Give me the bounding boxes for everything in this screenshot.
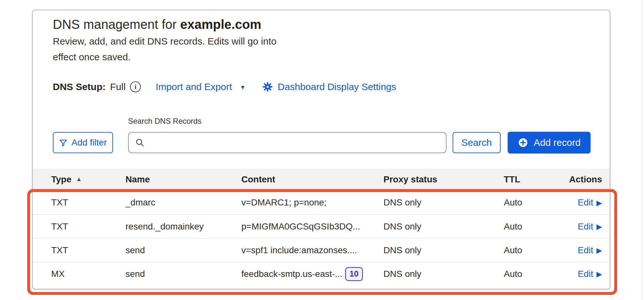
record-content: v=DMARC1; p=none; xyxy=(241,197,383,208)
dns-management-page: DNS management for example.com Review, a… xyxy=(0,0,644,300)
table-row: TXT resend._domainkey p=MIGfMA0GCSqGSIb3… xyxy=(33,214,610,238)
column-header-content: Content xyxy=(241,174,383,185)
dns-management-card: DNS management for example.com Review, a… xyxy=(32,10,610,289)
record-ttl: Auto xyxy=(504,221,568,232)
chevron-down-icon: ▼ xyxy=(240,84,246,91)
gear-icon xyxy=(262,82,273,92)
record-ttl: Auto xyxy=(504,197,568,208)
sort-ascending-icon: ▲ xyxy=(76,176,82,183)
priority-badge: 10 xyxy=(345,267,363,281)
record-proxy-status: DNS only xyxy=(383,245,504,255)
table-row: TXT _dmarc v=DMARC1; p=none; DNS only Au… xyxy=(33,191,610,214)
record-proxy-status: DNS only xyxy=(383,269,504,279)
search-input-wrap xyxy=(128,132,447,153)
column-header-ttl: TTL xyxy=(504,174,568,185)
column-header-type[interactable]: Type ▲ xyxy=(51,174,125,185)
edit-record-button[interactable]: Edit ▶ xyxy=(578,269,602,279)
add-filter-label: Add filter xyxy=(71,138,107,148)
record-name: send xyxy=(125,269,241,279)
record-type: TXT xyxy=(51,221,125,232)
record-ttl: Auto xyxy=(504,245,568,255)
record-content: p=MIGfMA0GCSqGSIb3DQ... xyxy=(241,221,383,232)
plus-circle-icon xyxy=(518,137,528,148)
table-header-row: Type ▲ Name Content Proxy status TTL Act… xyxy=(33,169,610,190)
edit-arrow-icon: ▶ xyxy=(596,270,602,279)
record-content: v=spf1 include:amazonses.... xyxy=(241,245,383,255)
import-export-label: Import and Export xyxy=(156,81,232,92)
column-header-proxy-status: Proxy status xyxy=(383,174,504,185)
table-body: TXT _dmarc v=DMARC1; p=none; DNS only Au… xyxy=(33,190,610,286)
edit-record-button[interactable]: Edit ▶ xyxy=(578,245,602,255)
record-type: TXT xyxy=(51,197,125,208)
filter-funnel-icon xyxy=(59,138,68,147)
page-title: DNS management for example.com xyxy=(53,17,261,32)
dns-setup-row: DNS Setup: Full i Import and Export ▼ xyxy=(53,81,396,92)
record-type: TXT xyxy=(51,245,125,255)
page-edge-divider xyxy=(642,0,642,300)
add-filter-button[interactable]: Add filter xyxy=(53,132,113,153)
column-header-actions: Actions xyxy=(569,174,602,185)
dashboard-display-settings-link[interactable]: Dashboard Display Settings xyxy=(262,81,396,92)
record-proxy-status: DNS only xyxy=(383,197,504,208)
search-input[interactable] xyxy=(128,132,447,153)
edit-arrow-icon: ▶ xyxy=(596,246,602,255)
column-header-name: Name xyxy=(125,174,241,185)
record-content: feedback-smtp.us-east-... xyxy=(241,269,342,279)
edit-record-button[interactable]: Edit ▶ xyxy=(578,197,602,208)
record-ttl: Auto xyxy=(504,269,568,279)
import-export-link[interactable]: Import and Export ▼ xyxy=(156,81,246,92)
info-icon[interactable]: i xyxy=(130,81,141,92)
dashboard-display-settings-label: Dashboard Display Settings xyxy=(278,81,396,92)
search-field-label: Search DNS Records xyxy=(128,117,201,126)
table-row: TXT send v=spf1 include:amazonses.... DN… xyxy=(33,238,610,262)
domain-name: example.com xyxy=(180,17,261,31)
record-type: MX xyxy=(51,269,125,279)
edit-record-button[interactable]: Edit ▶ xyxy=(578,221,602,232)
record-name: send xyxy=(125,245,241,255)
page-title-prefix: DNS management for xyxy=(53,17,180,31)
record-content-with-priority: feedback-smtp.us-east-... 10 xyxy=(241,267,383,281)
add-record-label: Add record xyxy=(534,137,581,148)
add-record-button[interactable]: Add record xyxy=(508,132,591,154)
page-description: Review, add, and edit DNS records. Edits… xyxy=(53,33,277,65)
dns-setup-value: Full xyxy=(110,81,125,92)
record-name: resend._domainkey xyxy=(125,221,241,232)
dns-records-table: Type ▲ Name Content Proxy status TTL Act… xyxy=(33,169,610,286)
record-proxy-status: DNS only xyxy=(383,221,504,232)
search-button[interactable]: Search xyxy=(453,132,501,153)
edit-arrow-icon: ▶ xyxy=(596,222,602,231)
table-row: MX send feedback-smtp.us-east-... 10 DNS… xyxy=(33,262,610,286)
record-name: _dmarc xyxy=(125,197,241,208)
dns-setup-label: DNS Setup: xyxy=(53,81,106,92)
edit-arrow-icon: ▶ xyxy=(596,199,602,207)
